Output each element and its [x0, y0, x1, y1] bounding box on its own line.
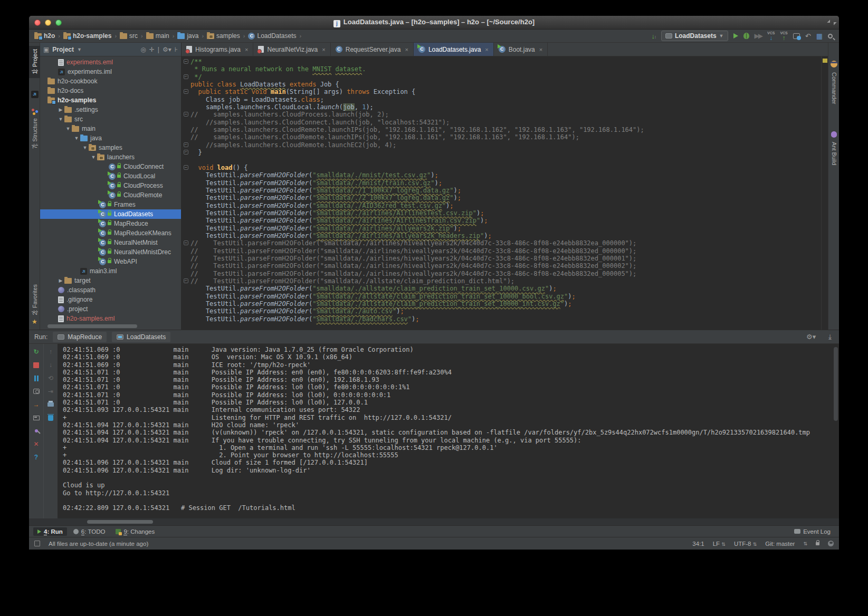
editor-tab-requestserver.java[interactable]: CRequestServer.java×	[331, 43, 414, 56]
fold-open-icon[interactable]: −	[184, 240, 188, 245]
lock-icon[interactable]	[816, 542, 819, 545]
help-icon[interactable]: ?	[33, 454, 40, 461]
resize-icon[interactable]	[829, 20, 835, 25]
tree-item-main[interactable]: ▼main	[40, 124, 181, 133]
tool-button-commander[interactable]: Commander	[828, 72, 839, 105]
down-icon[interactable]: ↓	[47, 361, 54, 369]
tree-item-cloudlocal[interactable]: CCloudLocal	[40, 171, 181, 181]
editor-tab-boot.java[interactable]: CBoot.java×	[494, 43, 548, 56]
titlebar[interactable]: jLoadDatasets.java – [h2o–samples] – h2o…	[29, 16, 839, 30]
tree-item-loaddatasets[interactable]: CLoadDatasets	[40, 209, 181, 219]
breadcrumb-item-samples[interactable]: samples	[207, 32, 240, 40]
encoding-select[interactable]: UTF-8 ⇅	[734, 541, 757, 547]
tree-item-h2o-cookbook[interactable]: h2o-cookbook	[40, 76, 181, 86]
tree-item-h2o-samples[interactable]: h2o-samples	[40, 95, 181, 105]
tree-item-.project[interactable]: .project	[40, 304, 181, 314]
chevron-down-icon[interactable]: ▼	[77, 47, 82, 52]
tree-item-h2o-samples.eml[interactable]: h2o-samples.eml	[40, 314, 181, 323]
expanded-arrow-icon[interactable]: ▼	[82, 145, 88, 150]
tree-item-experiments.iml[interactable]: JIexperiments.iml	[40, 67, 181, 76]
sort-lines-icon[interactable]: ↓⁞	[651, 33, 655, 40]
scroll-to-end-icon[interactable]: ⇥	[47, 388, 54, 395]
close-window-button[interactable]	[34, 20, 41, 26]
tree-item-target[interactable]: ▶target	[40, 276, 181, 285]
coverage-icon[interactable]: ▶▶	[755, 32, 762, 40]
breadcrumb-item-main[interactable]: main	[146, 32, 169, 40]
console-hscrollbar[interactable]	[29, 518, 839, 525]
user-icon[interactable]	[828, 541, 834, 546]
scrollbar-thumb[interactable]	[87, 520, 153, 524]
git-branch-select[interactable]: Git: master	[765, 541, 795, 547]
hide-panel-icon[interactable]: ⤓	[828, 333, 832, 341]
vcs-commit-icon[interactable]: VCS ↑	[780, 31, 787, 41]
zoom-window-button[interactable]	[55, 20, 62, 26]
scrollbar-thumb[interactable]	[834, 347, 838, 421]
up-icon[interactable]: ↑	[47, 348, 54, 355]
project-hscrollbar[interactable]	[40, 323, 181, 330]
fold-end-icon[interactable]: ⌐	[184, 150, 188, 155]
fold-end-icon[interactable]: ⌐	[184, 74, 188, 79]
code-area[interactable]: −/** * Runs a neural network on the MNIS…	[182, 56, 821, 330]
tree-item-.gitignore[interactable]: .gitignore	[40, 295, 181, 304]
stop-icon[interactable]	[33, 361, 40, 369]
minimize-window-button[interactable]	[45, 20, 51, 26]
tree-item-mapreducekmeans[interactable]: CMapReduceKMeans	[40, 228, 181, 238]
scrollbar-thumb[interactable]	[47, 324, 137, 328]
run-tab-mapreduce[interactable]: MapReduce	[53, 332, 107, 342]
gear-icon[interactable]: ⚙▾	[806, 333, 816, 341]
close-icon[interactable]: ✕	[33, 440, 40, 448]
breadcrumb-item-loaddatasets[interactable]: CLoadDatasets	[248, 32, 296, 40]
pause-icon[interactable]	[33, 374, 40, 382]
tree-item-cloudremote[interactable]: CCloudRemote	[40, 190, 181, 200]
tree-item-cloudconnect[interactable]: CCloudConnect	[40, 162, 181, 171]
fold-open-icon[interactable]: −	[184, 59, 188, 64]
breadcrumb-item-h2o-samples[interactable]: h2o-samples	[63, 32, 111, 40]
collapsed-arrow-icon[interactable]: ▶	[58, 278, 64, 283]
editor-tab-histograms.java[interactable]: Histograms.java×	[182, 43, 253, 56]
tree-item-neuralnetmnist[interactable]: CNeuralNetMnist	[40, 238, 181, 247]
editor-tab-neuralnetviz.java[interactable]: NeuralNetViz.java×	[253, 43, 330, 56]
layout-icon[interactable]	[33, 414, 40, 421]
status-toggle-icon[interactable]	[34, 541, 40, 546]
fold-end-icon[interactable]: ⌐	[184, 142, 188, 147]
close-icon[interactable]: ×	[405, 46, 408, 53]
line-ending-select[interactable]: LF ⇅	[713, 541, 726, 547]
breadcrumb-item-h2o[interactable]: h2o	[34, 32, 55, 40]
tree-item-mapreduce[interactable]: CMapReduce	[40, 219, 181, 228]
tree-item-cloudprocess[interactable]: CCloudProcess	[40, 181, 181, 190]
close-icon[interactable]: ×	[485, 46, 488, 53]
tree-item-frames[interactable]: CFrames	[40, 200, 181, 209]
caret-position[interactable]: 34:1	[692, 541, 704, 547]
search-icon[interactable]	[828, 34, 833, 38]
tree-item-main3.iml[interactable]: JImain3.iml	[40, 266, 181, 276]
exit-icon[interactable]: →	[33, 401, 40, 408]
close-icon[interactable]: ×	[245, 46, 248, 53]
thread-dump-icon[interactable]	[33, 388, 40, 395]
soft-wrap-icon[interactable]: ⟲	[47, 374, 54, 382]
warning-stripe-mark[interactable]	[823, 59, 827, 63]
tree-item-experiments.eml[interactable]: experiments.eml	[40, 57, 181, 67]
tree-item-.settings[interactable]: ▶.settings	[40, 105, 181, 114]
tree-item-launchers[interactable]: ▼launchers	[40, 152, 181, 162]
close-icon[interactable]: ×	[322, 46, 325, 53]
locate-icon[interactable]: ◎	[140, 46, 146, 53]
project-structure-icon[interactable]: ▦	[816, 33, 823, 40]
tree-item-java[interactable]: ▼java	[40, 133, 181, 143]
tree-item-h2o-docs[interactable]: h2o-docs	[40, 86, 181, 95]
expanded-arrow-icon[interactable]: ▼	[73, 136, 80, 141]
tool-button-favorites[interactable]: 2: Favorites	[29, 284, 40, 316]
expanded-arrow-icon[interactable]: ▼	[90, 155, 97, 160]
local-history-icon[interactable]	[793, 33, 800, 39]
hide-panel-icon[interactable]: ⊦	[175, 46, 178, 53]
fold-open-icon[interactable]: −	[184, 112, 188, 117]
console-output[interactable]: 02:41:51.069 :0 main Java version: Java …	[63, 346, 833, 512]
close-icon[interactable]: ×	[539, 46, 542, 53]
console-vscrollbar[interactable]	[833, 344, 839, 518]
expanded-arrow-icon[interactable]: ▼	[58, 117, 64, 122]
tool-button-ant-build[interactable]: Ant Build	[828, 142, 839, 166]
toolwindow-button-event-log[interactable]: Event Log	[790, 527, 835, 536]
breadcrumb-item-java[interactable]: java	[177, 32, 198, 40]
tree-item-src[interactable]: ▼src	[40, 114, 181, 124]
tree-item-samples[interactable]: ▼samples	[40, 143, 181, 152]
fold-open-icon[interactable]: −	[184, 89, 188, 94]
